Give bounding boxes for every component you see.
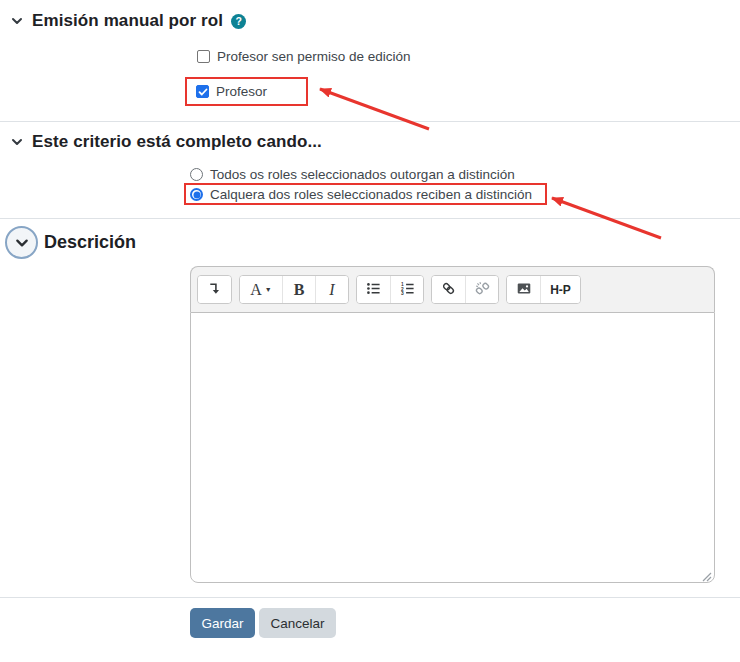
h5p-icon: H-P xyxy=(550,283,571,297)
section-manual-issue-header[interactable]: Emisión manual por rol ? xyxy=(10,11,246,31)
h5p-button[interactable]: H-P xyxy=(540,276,580,303)
checkbox-checked[interactable] xyxy=(196,85,209,98)
broken-chain-link-icon xyxy=(475,281,490,299)
radio-label: Todos os roles seleccionados outorgan a … xyxy=(210,167,515,182)
unlink-button[interactable] xyxy=(465,276,498,303)
collapse-toggle-circle[interactable] xyxy=(5,226,38,259)
toolbar-group-lists: 123 xyxy=(356,275,424,304)
resize-handle[interactable] xyxy=(700,568,712,580)
save-button[interactable]: Gardar xyxy=(190,608,255,638)
link-button[interactable] xyxy=(432,276,465,303)
badge-criteria-form: Emisión manual por rol ? Profesor sen pe… xyxy=(0,0,740,662)
checkbox-label: Profesor xyxy=(216,84,267,99)
insert-image-button[interactable] xyxy=(507,276,540,303)
italic-button[interactable]: I xyxy=(315,276,348,303)
bullet-list-icon xyxy=(366,281,381,299)
radio-row-todos: Todos os roles seleccionados outorgan a … xyxy=(190,167,515,182)
checkbox-label: Profesor sen permiso de edición xyxy=(217,49,411,64)
section-description-header: Descrición xyxy=(5,226,136,259)
toolbar-group-links xyxy=(431,275,499,304)
checkbox-row-profesor: Profesor xyxy=(196,84,267,99)
toolbar-group-collapse xyxy=(197,275,232,304)
radio-label: Calquera dos roles seleccionados reciben… xyxy=(210,187,532,202)
svg-text:3: 3 xyxy=(400,291,403,296)
toolbar-group-media: H-P xyxy=(506,275,581,304)
checkbox-unchecked[interactable] xyxy=(197,50,210,63)
unordered-list-button[interactable] xyxy=(357,276,390,303)
checkbox-row-profesor-sen-permiso: Profesor sen permiso de edición xyxy=(197,49,411,64)
bold-button[interactable]: B xyxy=(282,276,315,303)
chevron-down-icon xyxy=(10,14,24,28)
help-icon[interactable]: ? xyxy=(231,14,246,29)
radio-row-calquera: Calquera dos roles seleccionados reciben… xyxy=(190,187,532,202)
section-title: Descrición xyxy=(44,232,136,253)
description-editor: A ▼ B I 123 xyxy=(190,266,715,583)
toolbar-group-format: A ▼ B I xyxy=(239,275,349,304)
chain-link-icon xyxy=(441,281,456,299)
ordered-list-button[interactable]: 123 xyxy=(390,276,423,303)
numbered-list-icon: 123 xyxy=(400,281,415,299)
caret-down-icon: ▼ xyxy=(265,286,272,293)
section-criteria-complete-header[interactable]: Este criterio está completo cando... xyxy=(10,132,322,152)
radio-selected[interactable] xyxy=(190,188,203,201)
footer-divider xyxy=(0,597,740,598)
section-divider xyxy=(0,121,740,122)
section-title: Emisión manual por rol xyxy=(32,11,223,31)
editor-toolbar: A ▼ B I 123 xyxy=(190,266,715,312)
bold-icon: B xyxy=(294,281,305,299)
collapse-toolbar-button[interactable] xyxy=(198,276,231,303)
editor-content-area[interactable] xyxy=(190,312,715,583)
level-down-arrow-icon xyxy=(207,281,222,299)
red-arrow-to-profesor-checkbox xyxy=(320,89,429,129)
radio-unselected[interactable] xyxy=(190,168,203,181)
paragraph-styles-button[interactable]: A ▼ xyxy=(240,276,282,303)
chevron-down-icon xyxy=(10,135,24,149)
font-styles-icon: A xyxy=(250,281,262,299)
section-title: Este criterio está completo cando... xyxy=(32,132,322,152)
italic-icon: I xyxy=(329,281,334,299)
section-divider xyxy=(0,218,740,219)
cancel-button[interactable]: Cancelar xyxy=(259,608,336,638)
picture-icon xyxy=(516,281,532,299)
